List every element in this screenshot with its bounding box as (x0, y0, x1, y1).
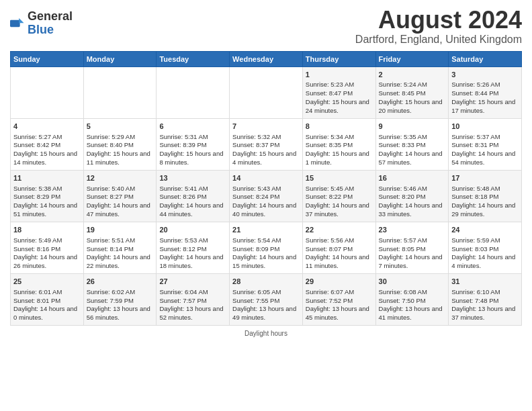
day-info: Sunset: 8:07 PM (306, 245, 373, 254)
day-info: Daylight: 14 hours and 15 minutes. (232, 253, 300, 271)
day-info: Sunrise: 5:57 AM (379, 236, 446, 245)
page: General Blue August 2024 Dartford, Engla… (0, 0, 532, 411)
day-number: 7 (232, 122, 300, 132)
day-header-tuesday: Tuesday (157, 51, 230, 66)
day-info: Sunset: 7:50 PM (379, 297, 446, 306)
day-info: Sunset: 8:31 PM (451, 141, 519, 150)
day-info: Sunrise: 5:45 AM (306, 185, 373, 193)
day-number: 20 (159, 225, 226, 235)
day-info: Sunset: 8:12 PM (159, 245, 226, 254)
day-number: 17 (451, 173, 519, 183)
footer-text: Daylight hours (245, 330, 287, 337)
day-info: Daylight: 15 hours and 11 minutes. (87, 150, 154, 167)
day-cell: 4Sunrise: 5:27 AMSunset: 8:42 PMDaylight… (11, 118, 84, 170)
day-cell: 14Sunrise: 5:43 AMSunset: 8:24 PMDayligh… (230, 170, 303, 222)
day-info: Daylight: 13 hours and 52 minutes. (159, 305, 226, 322)
day-number: 22 (306, 225, 373, 235)
day-info: Daylight: 14 hours and 57 minutes. (379, 150, 446, 167)
day-info: Daylight: 14 hours and 47 minutes. (87, 201, 154, 219)
day-cell: 10Sunrise: 5:37 AMSunset: 8:31 PMDayligh… (449, 118, 522, 170)
day-info: Sunrise: 5:48 AM (451, 185, 519, 193)
day-info: Sunrise: 5:37 AM (451, 133, 519, 142)
day-number: 18 (13, 225, 81, 235)
day-info: Sunrise: 5:51 AM (87, 236, 154, 245)
day-info: Sunset: 8:39 PM (159, 141, 226, 150)
day-info: Sunrise: 5:38 AM (13, 185, 81, 193)
day-info: Daylight: 14 hours and 51 minutes. (13, 201, 81, 219)
day-info: Sunset: 8:27 PM (87, 193, 154, 201)
day-info: Daylight: 15 hours and 8 minutes. (159, 150, 226, 167)
day-info: Daylight: 15 hours and 17 minutes. (451, 98, 519, 116)
footer: Daylight hours (10, 330, 522, 337)
week-row-3: 11Sunrise: 5:38 AMSunset: 8:29 PMDayligh… (11, 170, 522, 222)
day-info: Sunrise: 5:40 AM (87, 185, 154, 193)
day-number: 30 (379, 277, 446, 287)
day-info: Daylight: 15 hours and 20 minutes. (379, 98, 446, 116)
day-info: Sunrise: 6:02 AM (87, 288, 154, 297)
day-cell (157, 66, 230, 118)
calendar-table: SundayMondayTuesdayWednesdayThursdayFrid… (10, 51, 522, 326)
day-cell: 22Sunrise: 5:56 AMSunset: 8:07 PMDayligh… (302, 222, 375, 273)
day-cell: 8Sunrise: 5:34 AMSunset: 8:35 PMDaylight… (302, 118, 375, 170)
day-cell: 16Sunrise: 5:46 AMSunset: 8:20 PMDayligh… (375, 170, 449, 222)
day-cell: 3Sunrise: 5:26 AMSunset: 8:44 PMDaylight… (449, 66, 522, 118)
day-info: Sunrise: 5:59 AM (451, 236, 519, 245)
day-info: Daylight: 13 hours and 56 minutes. (87, 305, 154, 322)
day-info: Sunset: 8:45 PM (379, 89, 446, 98)
day-cell (11, 66, 84, 118)
logo-blue: Blue (28, 24, 73, 37)
day-cell: 25Sunrise: 6:01 AMSunset: 8:01 PMDayligh… (11, 273, 84, 325)
day-info: Sunset: 8:29 PM (13, 193, 81, 201)
day-info: Sunset: 7:57 PM (159, 297, 226, 306)
day-info: Sunset: 7:59 PM (87, 297, 154, 306)
day-info: Sunset: 8:03 PM (451, 245, 519, 254)
day-number: 1 (306, 70, 373, 80)
day-cell: 27Sunrise: 6:04 AMSunset: 7:57 PMDayligh… (157, 273, 230, 325)
day-cell: 13Sunrise: 5:41 AMSunset: 8:26 PMDayligh… (157, 170, 230, 222)
day-info: Daylight: 13 hours and 49 minutes. (232, 305, 300, 322)
day-info: Sunrise: 5:24 AM (379, 81, 446, 89)
day-header-friday: Friday (375, 51, 449, 66)
day-cell (83, 66, 157, 118)
day-cell: 5Sunrise: 5:29 AMSunset: 8:40 PMDaylight… (83, 118, 157, 170)
day-info: Sunrise: 5:31 AM (159, 133, 226, 142)
day-info: Sunrise: 6:07 AM (306, 288, 373, 297)
day-info: Sunrise: 5:43 AM (232, 185, 300, 193)
day-cell: 31Sunrise: 6:10 AMSunset: 7:48 PMDayligh… (449, 273, 522, 325)
logo: General Blue (10, 10, 73, 37)
day-number: 8 (306, 122, 373, 132)
day-number: 29 (306, 277, 373, 287)
day-number: 3 (451, 70, 519, 80)
day-info: Sunrise: 5:34 AM (306, 133, 373, 142)
day-cell: 2Sunrise: 5:24 AMSunset: 8:45 PMDaylight… (375, 66, 449, 118)
day-info: Daylight: 15 hours and 1 minute. (306, 150, 373, 167)
day-info: Sunset: 7:52 PM (306, 297, 373, 306)
day-info: Sunrise: 5:53 AM (159, 236, 226, 245)
day-info: Sunrise: 5:35 AM (379, 133, 446, 142)
day-number: 16 (379, 173, 446, 183)
day-info: Sunset: 8:01 PM (13, 297, 81, 306)
day-info: Sunrise: 5:26 AM (451, 81, 519, 89)
day-info: Daylight: 13 hours and 45 minutes. (306, 305, 373, 322)
day-info: Daylight: 15 hours and 4 minutes. (232, 150, 300, 167)
day-info: Sunset: 8:05 PM (379, 245, 446, 254)
day-info: Daylight: 14 hours and 7 minutes. (379, 253, 446, 271)
day-number: 6 (159, 122, 226, 132)
logo-text: General Blue (28, 10, 73, 37)
day-cell: 12Sunrise: 5:40 AMSunset: 8:27 PMDayligh… (83, 170, 157, 222)
day-number: 28 (232, 277, 300, 287)
day-number: 11 (13, 173, 81, 183)
day-cell: 30Sunrise: 6:08 AMSunset: 7:50 PMDayligh… (375, 273, 449, 325)
day-info: Sunrise: 5:54 AM (232, 236, 300, 245)
day-number: 2 (379, 70, 446, 80)
day-cell (230, 66, 303, 118)
day-number: 27 (159, 277, 226, 287)
day-info: Daylight: 14 hours and 11 minutes. (306, 253, 373, 271)
day-info: Daylight: 14 hours and 0 minutes. (13, 305, 81, 322)
day-cell: 11Sunrise: 5:38 AMSunset: 8:29 PMDayligh… (11, 170, 84, 222)
day-number: 14 (232, 173, 300, 183)
day-info: Sunrise: 5:27 AM (13, 133, 81, 142)
day-cell: 1Sunrise: 5:23 AMSunset: 8:47 PMDaylight… (302, 66, 375, 118)
day-cell: 29Sunrise: 6:07 AMSunset: 7:52 PMDayligh… (302, 273, 375, 325)
day-info: Sunrise: 6:01 AM (13, 288, 81, 297)
